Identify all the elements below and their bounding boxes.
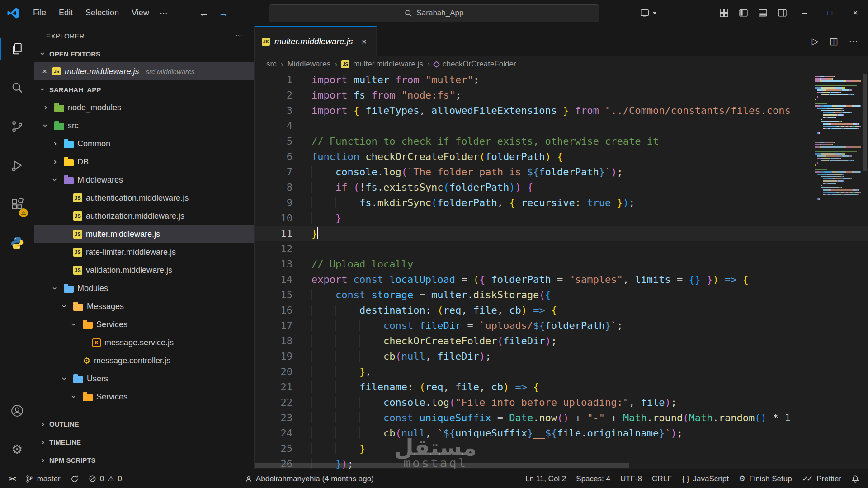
tree-item-DB[interactable]: ›DB [34, 153, 254, 171]
finish-setup-status[interactable]: ⚙ Finish Setup [734, 469, 797, 488]
activity-search-button[interactable] [0, 68, 34, 107]
code-line-23[interactable]: 23 const uniqueSuffix = Date.now() + "-"… [255, 410, 868, 426]
indentation-status[interactable]: Spaces: 4 [571, 469, 615, 488]
toggle-panel-button[interactable] [753, 8, 773, 18]
code-line-21[interactable]: 21 filename: (req, file, cb) => { [255, 380, 868, 395]
toggle-secondary-sidebar-button[interactable] [773, 8, 792, 18]
nav-back-button[interactable]: ← [194, 6, 214, 20]
code-line-6[interactable]: 6function checkOrCreateFolder(folderPath… [255, 149, 868, 164]
section-npm-scripts[interactable]: ›NPM SCRIPTS [34, 451, 254, 469]
code-line-10[interactable]: 10 } [255, 211, 868, 226]
problems-status[interactable]: 0 ⚠ 0 [84, 469, 127, 488]
code-line-25[interactable]: 25 } [255, 441, 868, 456]
code-line-13[interactable]: 13// Upload locally [255, 257, 868, 272]
notifications-bell-button[interactable] [846, 469, 864, 488]
tree-item-Users[interactable]: ›Users [34, 370, 254, 388]
code-editor[interactable]: 1import multer from "multer";2import fs … [255, 72, 868, 469]
code-line-8[interactable]: 8 if (!fs.existsSync(folderPath)) { [255, 180, 868, 195]
activity-extensions-button[interactable]: ⚠ [0, 185, 34, 224]
activity-source-control-button[interactable] [0, 107, 34, 146]
tab-close-button[interactable]: × [359, 36, 369, 47]
tree-item-src[interactable]: ›src [34, 117, 254, 135]
tree-item-Services[interactable]: ›Services [34, 388, 254, 406]
split-editor-button[interactable]: ◫ [826, 34, 842, 48]
section-timeline[interactable]: ›TIMELINE [34, 433, 254, 451]
git-blame-status[interactable]: Abdelrahmanyehia (4 months ago) [240, 469, 379, 488]
code-line-11[interactable]: 11} [255, 226, 868, 241]
horizontal-scrollbar[interactable] [255, 463, 629, 468]
tree-item-authentication.middleware.js[interactable]: JSauthentication.middleware.js [34, 189, 254, 207]
encoding-status[interactable]: UTF-8 [615, 469, 647, 488]
menu-selection[interactable]: Selection [80, 5, 125, 20]
code-line-20[interactable]: 20 }, [255, 364, 868, 380]
menu-overflow-button[interactable]: ⋯ [155, 5, 172, 21]
nav-forward-button[interactable]: → [214, 6, 234, 20]
layout-control-dropdown[interactable] [636, 6, 661, 20]
minimap[interactable] [815, 74, 861, 223]
minimize-button[interactable]: – [792, 0, 817, 26]
section-project-root[interactable]: › SARAHAH_APP [34, 80, 254, 99]
code-line-12[interactable]: 12 [255, 241, 868, 257]
editor-more-actions-button[interactable]: ⋯ [845, 34, 862, 48]
breadcrumb-item-multer.middleware.js[interactable]: JSmulter.middleware.js [341, 60, 423, 69]
tree-item-multer.middleware.js[interactable]: JSmulter.middleware.js [34, 225, 254, 243]
activity-python-button[interactable] [0, 224, 34, 263]
activity-run-debug-button[interactable] [0, 146, 34, 185]
remote-indicator[interactable]: >< [4, 469, 20, 488]
activity-explorer-button[interactable] [0, 29, 34, 68]
menu-file[interactable]: File [27, 5, 52, 20]
code-line-7[interactable]: 7 console.log(`The folder path is ${fold… [255, 164, 868, 180]
tree-item-Messages[interactable]: ›Messages [34, 297, 254, 315]
code-line-18[interactable]: 18 checkOrCreateFolder(fileDir); [255, 333, 868, 349]
toggle-primary-sidebar-button[interactable] [734, 8, 753, 18]
tree-item-authorization.middleware.js[interactable]: JSauthorization.middleware.js [34, 207, 254, 225]
code-line-2[interactable]: 2import fs from "node:fs"; [255, 88, 868, 103]
close-icon[interactable]: × [41, 66, 48, 76]
tree-item-node_modules[interactable]: ›node_modules [34, 99, 254, 117]
tree-item-Modules[interactable]: ›Modules [34, 279, 254, 297]
tree-item-message.service.js[interactable]: Smessage.service.js [34, 333, 254, 352]
git-sync-button[interactable] [66, 469, 84, 488]
code-line-15[interactable]: 15 const storage = multer.diskStorage({ [255, 287, 868, 303]
code-line-16[interactable]: 16 destination: (req, file, cb) => { [255, 303, 868, 318]
cursor-position-status[interactable]: Ln 11, Col 2 [520, 469, 571, 488]
code-line-17[interactable]: 17 const fileDir = `uploads/${folderPath… [255, 318, 868, 333]
menu-view[interactable]: View [126, 5, 155, 20]
command-center-search[interactable]: Sarahah_App [269, 4, 599, 22]
settings-button[interactable]: ⚙ [0, 430, 34, 469]
code-line-14[interactable]: 14export const localUpload = ({ folderPa… [255, 272, 868, 287]
close-window-button[interactable]: × [843, 0, 868, 26]
tree-item-validation.middleware.js[interactable]: JSvalidation.middleware.js [34, 261, 254, 279]
section-open-editors[interactable]: › OPEN EDITORS [34, 45, 254, 62]
accounts-button[interactable] [0, 391, 34, 430]
breadcrumb-item-checkOrCreateFolder[interactable]: checkOrCreateFolder [434, 60, 516, 69]
breadcrumb-item-Middlewares[interactable]: Middlewares [288, 60, 330, 69]
code-line-19[interactable]: 19 cb(null, fileDir); [255, 349, 868, 364]
code-line-1[interactable]: 1import multer from "multer"; [255, 72, 868, 88]
vertical-scrollbar[interactable] [863, 74, 867, 171]
tab-multer-middleware[interactable]: JS multer.middleware.js × [255, 26, 377, 56]
tree-item-rate-limiter.middleware.js[interactable]: JSrate-limiter.middleware.js [34, 243, 254, 261]
open-editor-item[interactable]: × JS multer.middleware.js src\Middleware… [34, 62, 254, 80]
breadcrumb-item-src[interactable]: src [266, 60, 277, 69]
tree-item-Middlewares[interactable]: ›Middlewares [34, 171, 254, 189]
tree-item-message.controller.js[interactable]: ⚙message.controller.js [34, 352, 254, 370]
language-mode-status[interactable]: { } JavaScript [677, 469, 733, 488]
code-line-22[interactable]: 22 console.log("File info before uploadi… [255, 395, 868, 410]
prettier-status[interactable]: ✓✓ Prettier [797, 469, 846, 488]
tree-item-Services[interactable]: ›Services [34, 315, 254, 333]
run-file-button[interactable]: ▷ [808, 34, 822, 48]
maximize-button[interactable]: □ [817, 0, 843, 26]
code-line-3[interactable]: 3import { fileTypes, allowedFileExtensio… [255, 103, 868, 118]
menu-edit[interactable]: Edit [53, 5, 79, 20]
explorer-more-actions-button[interactable]: ⋯ [236, 32, 242, 40]
section-outline[interactable]: ›OUTLINE [34, 415, 254, 433]
code-line-5[interactable]: 5// Function to check if folder exists, … [255, 134, 868, 149]
customize-layout-button[interactable] [714, 8, 734, 18]
eol-status[interactable]: CRLF [647, 469, 677, 488]
tree-item-Common[interactable]: ›Common [34, 135, 254, 153]
code-line-24[interactable]: 24 cb(null, `${uniqueSuffix}__${file.ori… [255, 426, 868, 441]
git-branch-status[interactable]: master [20, 469, 66, 488]
code-line-9[interactable]: 9 fs.mkdirSync(folderPath, { recursive: … [255, 195, 868, 211]
code-line-4[interactable]: 4 [255, 118, 868, 134]
